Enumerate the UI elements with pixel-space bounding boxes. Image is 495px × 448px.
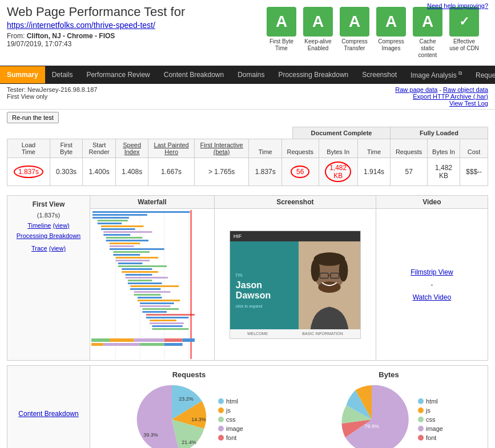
svg-rect-49 <box>110 338 134 342</box>
grade-compress-images: A CompressImages <box>374 7 408 59</box>
svg-rect-15 <box>106 240 149 241</box>
export-http-link[interactable]: Export HTTP Archive (.har) <box>413 93 488 100</box>
waterfall-left-panel: First View (1.837s) Timeline (view) Proc… <box>7 196 90 360</box>
tester-info: Tester: NewJersey-216.98.8.187 <box>7 86 97 93</box>
grade-letter: ✓ <box>449 7 479 37</box>
requests-legend-font: font <box>218 434 243 441</box>
timeline-view-link[interactable]: (view) <box>53 222 69 229</box>
legend-css-label: css <box>226 416 236 423</box>
trace-link[interactable]: Trace <box>31 245 47 252</box>
from-value: Clifton, NJ - Chrome - FIOS <box>27 32 115 40</box>
nav-image-analysis[interactable]: Image Analysis ⧉ <box>404 66 469 84</box>
filmstrip-view-link[interactable]: Filmstrip View <box>411 268 453 276</box>
grade-letter: A <box>376 7 406 37</box>
legend-html-dot <box>218 398 224 404</box>
processing-breakdown-link[interactable]: Processing Breakdown <box>17 232 81 239</box>
nav-processing-breakdown[interactable]: Processing Breakdown <box>272 66 356 83</box>
nav-details[interactable]: Details <box>45 66 80 83</box>
grade-letter: A <box>267 7 296 37</box>
nav-screenshot[interactable]: Screenshot <box>355 66 404 83</box>
grade-first-byte: A First ByteTime <box>264 7 299 59</box>
screenshot-placeholder: HIF I'm JasonDawson click to expand <box>230 231 361 339</box>
svg-rect-11 <box>101 228 135 230</box>
col-first-interactive: First Interactive(beta) <box>194 139 249 158</box>
svg-point-64 <box>339 259 348 281</box>
need-help-link[interactable]: Need help improving? <box>427 2 488 9</box>
svg-rect-18 <box>110 248 164 250</box>
first-view-info: First View only <box>7 93 97 100</box>
bytes-legend-font-label: font <box>426 434 436 441</box>
timeline-link[interactable]: Timeline <box>27 222 51 229</box>
bytes-legend-image-dot <box>418 426 424 431</box>
svg-rect-37 <box>140 302 174 304</box>
bytes-legend-html-dot <box>418 398 424 404</box>
date-info: 19/07/2019, 17:07:43 <box>7 40 185 48</box>
load-time-cell: 1.837s <box>7 158 50 186</box>
svg-rect-12 <box>103 231 152 233</box>
svg-rect-21 <box>116 257 159 259</box>
start-render-cell: 1.400s <box>83 158 116 186</box>
svg-point-63 <box>311 259 320 281</box>
nav-performance-review[interactable]: Performance Review <box>79 66 156 83</box>
doc-requests-highlight: 56 <box>291 166 309 178</box>
page-title: Web Page Performance Test for <box>7 5 185 19</box>
col-load-time: LoadTime <box>7 139 50 158</box>
load-time-highlight: 1.837s <box>14 166 43 178</box>
col-doc-requests: Requests <box>281 139 319 158</box>
screenshot-left: I'm JasonDawson click to expand <box>230 241 299 339</box>
svg-rect-26 <box>122 271 158 273</box>
col-doc-bytes: Bytes In <box>319 139 357 158</box>
grades-container: A First ByteTime A Keep-aliveEnabled A C… <box>264 7 481 59</box>
legend-js-dot <box>218 407 224 413</box>
screenshot-name: JasonDawson <box>236 280 293 300</box>
grade-label: Keep-aliveEnabled <box>304 38 331 52</box>
content-breakdown-link[interactable]: Content Breakdown <box>18 410 78 418</box>
svg-rect-34 <box>134 294 161 296</box>
col-first-byte: FirstByte <box>50 139 83 158</box>
grade-label: Effectiveuse of CDN <box>449 38 479 52</box>
nav-domains[interactable]: Domains <box>231 66 271 83</box>
first-byte-cell: 0.303s <box>50 158 83 186</box>
watch-video-link[interactable]: Watch Video <box>413 293 451 301</box>
svg-text:39.3%: 39.3% <box>143 432 158 438</box>
nav-summary[interactable]: Summary <box>0 66 45 83</box>
person-silhouette <box>299 241 360 339</box>
bytes-legend-js-dot <box>418 407 424 413</box>
page-url[interactable]: https://internetfolks.com/thrive-speed-t… <box>7 21 155 30</box>
nav-content-breakdown[interactable]: Content Breakdown <box>157 66 231 83</box>
screenshot-photo <box>299 241 360 339</box>
bytes-legend-font: font <box>418 434 443 441</box>
col-speed-index: SpeedIndex <box>115 139 148 158</box>
waterfall-header: Waterfall <box>90 196 214 209</box>
svg-rect-20 <box>113 254 140 256</box>
bytes-chart-container: Bytes 79.9% <box>295 370 483 448</box>
col-full-bytes: Bytes In <box>427 139 460 158</box>
speed-index-cell: 1.408s <box>115 158 148 186</box>
raw-object-data-link[interactable]: Raw object data <box>443 86 488 93</box>
doc-requests-cell: 56 <box>281 158 319 186</box>
raw-page-data-link[interactable]: Raw page data <box>395 86 437 93</box>
svg-rect-5 <box>92 211 190 213</box>
svg-rect-50 <box>134 338 164 342</box>
screenshot-content: I'm JasonDawson click to expand <box>230 241 360 339</box>
fully-loaded-header: Fully Loaded <box>391 127 488 139</box>
legend-js-label: js <box>226 407 231 414</box>
screenshot-welcome: WELCOME <box>247 332 268 336</box>
nav-request-map[interactable]: Request Map ⧉ <box>469 66 495 84</box>
svg-rect-13 <box>103 234 130 236</box>
bytes-legend-js: js <box>418 407 443 414</box>
video-header: Video <box>376 196 488 209</box>
results-section: Document Complete Fully Loaded LoadTime … <box>0 127 495 191</box>
legend-css-dot <box>218 417 224 422</box>
grade-letter: A <box>413 7 442 37</box>
rerun-button[interactable]: Re-run the test <box>7 112 59 123</box>
full-bytes-cell: 1,482KB <box>427 158 460 186</box>
first-view-title: First View <box>33 200 65 208</box>
trace-view-link[interactable]: (view) <box>49 245 66 252</box>
screenshot-area: HIF I'm JasonDawson click to expand <box>215 209 376 360</box>
requests-legend-image: image <box>218 425 243 432</box>
cost-cell: $$$-- <box>460 158 488 186</box>
screenshot-tagline: click to expand <box>236 304 293 308</box>
svg-rect-28 <box>126 277 168 279</box>
view-test-log-link[interactable]: View Test Log <box>449 100 488 107</box>
